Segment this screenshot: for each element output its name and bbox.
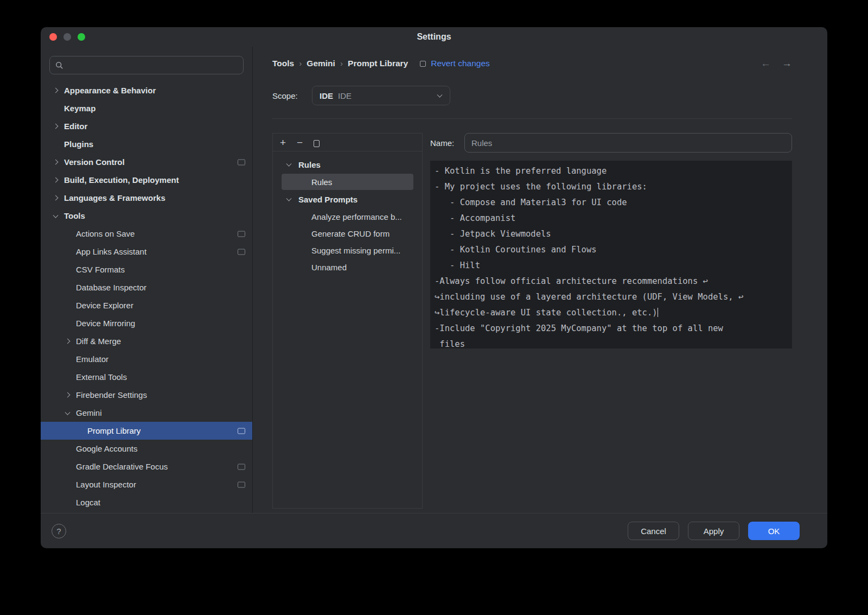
editor-line: - Jetpack Viewmodels [435, 226, 788, 242]
prompt-tree: Rules Rules Saved Prompts Analyze perfor… [273, 151, 422, 275]
breadcrumb-item-gemini[interactable]: Gemini [307, 59, 335, 68]
prompt-item-label: Unnamed [311, 263, 347, 272]
sidebar-item-build-execution-deployment[interactable]: Build, Execution, Deployment [41, 171, 252, 189]
prompt-item-generate-crud-form[interactable]: Generate CRUD form [282, 225, 413, 242]
prompt-group-saved-prompts[interactable]: Saved Prompts [273, 191, 422, 208]
prompt-group-rules[interactable]: Rules [273, 156, 422, 173]
revert-changes-link[interactable]: Revert changes [420, 59, 490, 68]
prompt-item-rules[interactable]: Rules [282, 174, 413, 190]
prompt-text-editor[interactable]: - Kotlin is the preferred language - My … [430, 161, 792, 348]
sidebar-item-database-inspector[interactable]: Database Inspector [41, 278, 252, 296]
ide-scope-icon [238, 481, 245, 487]
editor-line: ↪including use of a layered architecture… [435, 289, 788, 305]
sidebar-item-label: Editor [64, 122, 87, 131]
editor-line: - My project uses the following librarie… [435, 179, 788, 195]
breadcrumb-separator: › [294, 59, 307, 68]
revert-icon [420, 61, 426, 67]
minimize-window-button[interactable] [63, 33, 71, 41]
close-window-button[interactable] [49, 33, 57, 41]
chevron-right-icon[interactable] [53, 87, 59, 93]
editor-line: - Kotlin Coroutines and Flows [435, 242, 788, 258]
editor-line-text: - Compose and Material3 for UI code [435, 198, 627, 207]
editor-line: - Hilt [435, 258, 788, 274]
sidebar-item-tools[interactable]: Tools [41, 207, 252, 225]
sidebar-item-logcat[interactable]: Logcat [41, 493, 252, 511]
sidebar-item-languages-frameworks[interactable]: Languages & Frameworks [41, 189, 252, 207]
chevron-right-icon[interactable] [53, 123, 59, 129]
breadcrumb-item-tools[interactable]: Tools [272, 59, 294, 68]
sidebar-item-version-control[interactable]: Version Control [41, 153, 252, 171]
editor-line: - Accompanist [435, 211, 788, 226]
sidebar-item-editor[interactable]: Editor [41, 117, 252, 135]
editor-line: -Include "Copyright 2025 MyCompany" at t… [435, 321, 788, 337]
sidebar-item-prompt-library[interactable]: Prompt Library [41, 422, 252, 440]
scope-dropdown[interactable]: IDE IDE [312, 86, 450, 105]
prompt-item-label: Rules [311, 177, 332, 187]
sidebar-item-label: Diff & Merge [76, 337, 121, 346]
prompt-group-label: Saved Prompts [298, 195, 358, 204]
sidebar-item-diff-merge[interactable]: Diff & Merge [41, 332, 252, 350]
sidebar-item-plugins[interactable]: Plugins [41, 135, 252, 153]
sidebar-item-firebender-settings[interactable]: Firebender Settings [41, 386, 252, 404]
breadcrumb-item-prompt-library[interactable]: Prompt Library [348, 59, 408, 68]
scope-label: Scope: [272, 91, 312, 100]
editor-line-text: files [435, 339, 465, 348]
scope-value: IDE [338, 91, 352, 100]
settings-search-field[interactable] [49, 56, 244, 74]
chevron-right-icon[interactable] [53, 195, 59, 200]
sidebar-item-emulator[interactable]: Emulator [41, 350, 252, 368]
sidebar-item-actions-on-save[interactable]: Actions on Save [41, 225, 252, 243]
history-nav: ← → [761, 58, 792, 69]
sidebar-item-gemini[interactable]: Gemini [41, 404, 252, 422]
back-arrow-icon[interactable]: ← [761, 58, 771, 69]
sidebar-item-keymap[interactable]: Keymap [41, 99, 252, 117]
sidebar-item-csv-formats[interactable]: CSV Formats [41, 261, 252, 278]
name-row: Name: [430, 133, 792, 153]
prompt-item-unnamed[interactable]: Unnamed [282, 259, 413, 275]
sidebar-item-label: Database Inspector [76, 283, 146, 292]
zoom-window-button[interactable] [78, 33, 85, 41]
sidebar-item-layout-inspector[interactable]: Layout Inspector [41, 475, 252, 493]
name-input[interactable] [464, 133, 792, 153]
sidebar-item-app-links-assistant[interactable]: App Links Assistant [41, 243, 252, 261]
sidebar-item-device-explorer[interactable]: Device Explorer [41, 296, 252, 314]
sidebar-item-gradle-declarative-focus[interactable]: Gradle Declarative Focus [41, 458, 252, 475]
editor-line-text: - My project uses the following librarie… [435, 182, 647, 192]
sidebar-item-appearance-behavior[interactable]: Appearance & Behavior [41, 81, 252, 99]
chevron-right-icon[interactable] [53, 159, 59, 164]
settings-tree: Appearance & Behavior Keymap Editor Plug… [41, 81, 252, 511]
breadcrumb: Tools › Gemini › Prompt Library [272, 59, 408, 68]
sidebar-item-label: App Links Assistant [76, 247, 146, 256]
chevron-down-icon [437, 92, 443, 98]
footer-buttons: Cancel Apply OK [628, 522, 800, 540]
cancel-button[interactable]: Cancel [628, 522, 679, 540]
chevron-right-icon[interactable] [65, 338, 71, 344]
sidebar-item-label: CSV Formats [76, 265, 125, 274]
ok-button[interactable]: OK [748, 522, 800, 540]
prompt-item-label: Suggest missing permi... [311, 246, 400, 255]
scope-type: IDE [320, 91, 333, 100]
chevron-down-icon[interactable] [53, 212, 59, 218]
chevron-right-icon[interactable] [53, 177, 59, 182]
prompt-list-panel: + − Rules Rules Saved Prompts Analyze pe… [272, 133, 423, 509]
chevron-down-icon[interactable] [65, 409, 71, 415]
chevron-down-icon[interactable] [286, 196, 292, 201]
sidebar-item-external-tools[interactable]: External Tools [41, 368, 252, 386]
remove-icon[interactable]: − [297, 137, 303, 148]
chevron-right-icon[interactable] [65, 392, 71, 397]
prompt-item-suggest-missing-permissions[interactable]: Suggest missing permi... [282, 242, 413, 258]
add-icon[interactable]: + [280, 137, 286, 148]
sidebar-item-google-accounts[interactable]: Google Accounts [41, 440, 252, 458]
prompt-list-toolbar: + − [273, 134, 422, 151]
prompt-item-analyze-performance[interactable]: Analyze performance b... [282, 208, 413, 225]
chevron-down-icon[interactable] [286, 161, 292, 167]
apply-button[interactable]: Apply [688, 522, 739, 540]
sidebar-item-label: Emulator [76, 354, 108, 364]
sidebar-item-label: Device Mirroring [76, 319, 135, 328]
forward-arrow-icon[interactable]: → [782, 58, 792, 69]
search-input[interactable] [67, 61, 238, 69]
copy-icon[interactable] [314, 140, 320, 147]
help-button[interactable]: ? [52, 524, 66, 538]
editor-line-text: ↪including use of a layered architecture… [435, 292, 743, 302]
sidebar-item-device-mirroring[interactable]: Device Mirroring [41, 314, 252, 332]
